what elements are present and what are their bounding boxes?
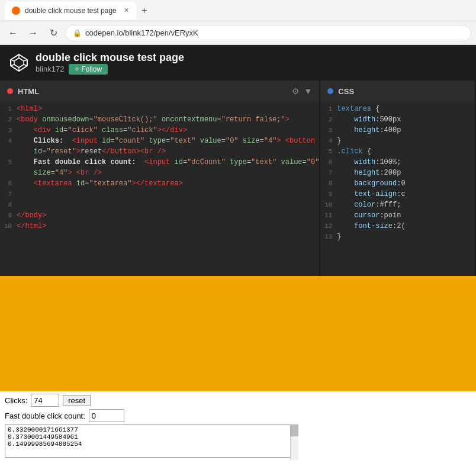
css-panel-header: CSS bbox=[320, 81, 475, 102]
css-line-3: 3 height:400p bbox=[320, 126, 475, 136]
follow-plus-icon: + bbox=[75, 65, 79, 73]
address-text: codepen.io/blink172/pen/vERyxK bbox=[85, 28, 198, 37]
css-line-12: 12 font-size:2( bbox=[320, 221, 475, 232]
code-line-9: 9 </body> bbox=[0, 211, 319, 221]
browser-tab[interactable]: double click mouse test page ✕ bbox=[5, 2, 136, 20]
tab-title: double click mouse test page bbox=[25, 7, 117, 15]
reset-button[interactable]: reset bbox=[63, 395, 91, 406]
new-tab-button[interactable]: + bbox=[136, 2, 153, 19]
clicks-row: Clicks: reset bbox=[5, 394, 471, 407]
code-line-5b: size="4"> <br /> bbox=[0, 168, 319, 179]
tab-close-button[interactable]: ✕ bbox=[124, 7, 129, 14]
browser-titlebar: double click mouse test page ✕ + bbox=[0, 0, 476, 21]
scrollbar-thumb[interactable] bbox=[290, 424, 298, 436]
preview-area[interactable] bbox=[0, 276, 476, 391]
follow-button[interactable]: + Follow bbox=[69, 64, 108, 75]
css-line-1: 1 textarea { bbox=[320, 104, 475, 115]
browser-toolbar: ← → ↻ 🔒 codepen.io/blink172/pen/vERyxK bbox=[0, 21, 476, 45]
html-dot-icon bbox=[7, 88, 13, 94]
fast-dbl-label: Fast double click count: bbox=[5, 411, 85, 420]
code-line-8: 8 bbox=[0, 200, 319, 211]
clicks-input[interactable] bbox=[31, 394, 59, 407]
forward-button[interactable]: → bbox=[25, 25, 41, 41]
html-code-content[interactable]: 1 <html> 2 <body onmousedown="mouseClick… bbox=[0, 102, 319, 276]
address-bar[interactable]: 🔒 codepen.io/blink172/pen/vERyxK bbox=[65, 25, 471, 41]
css-dot-icon bbox=[327, 88, 333, 94]
css-line-4: 4 } bbox=[320, 136, 475, 147]
css-panel: CSS 1 textarea { 2 width:500px 3 height:… bbox=[320, 81, 476, 276]
css-line-10: 10 color:#fff; bbox=[320, 200, 475, 211]
pen-author-row: blink172 + Follow bbox=[36, 64, 184, 75]
refresh-button[interactable]: ↻ bbox=[45, 25, 62, 41]
code-line-6: 6 <textarea id="textarea"></textarea> bbox=[0, 179, 319, 189]
clicks-label: Clicks: bbox=[5, 396, 27, 405]
fast-dbl-row: Fast double click count: bbox=[5, 409, 471, 422]
html-panel-label: HTML bbox=[18, 87, 39, 96]
scrollbar-track bbox=[290, 424, 298, 460]
lock-icon: 🔒 bbox=[73, 29, 82, 37]
tab-favicon bbox=[12, 7, 20, 15]
pen-title: double click mouse test page bbox=[36, 52, 184, 64]
css-panel-label: CSS bbox=[338, 87, 354, 96]
author-name: blink172 bbox=[36, 65, 64, 73]
css-line-5: 5 .click { bbox=[320, 147, 475, 157]
codepen-logo bbox=[9, 53, 28, 72]
code-line-1: 1 <html> bbox=[0, 104, 319, 115]
code-line-2: 2 <body onmousedown="mouseClick();" onco… bbox=[0, 115, 319, 126]
follow-label: Follow bbox=[81, 65, 102, 73]
gear-icon[interactable]: ⚙ bbox=[292, 86, 300, 96]
css-line-2: 2 width:500px bbox=[320, 115, 475, 126]
css-line-8: 8 background:0 bbox=[320, 179, 475, 189]
code-line-4b: id="reset">reset</button><br /> bbox=[0, 147, 319, 157]
codepen-header: double click mouse test page blink172 + … bbox=[0, 45, 476, 81]
css-line-7: 7 height:200p bbox=[320, 168, 475, 179]
html-panel: HTML ⚙ ▼ 1 <html> 2 <body onmousedown="m… bbox=[0, 81, 320, 276]
code-line-10: 10 </html> bbox=[0, 221, 319, 232]
html-panel-header: HTML ⚙ ▼ bbox=[0, 81, 319, 102]
css-line-6: 6 width:100%; bbox=[320, 157, 475, 168]
css-line-13: 13 } bbox=[320, 232, 475, 243]
code-line-3: 3 <div id="click" class="click"></div> bbox=[0, 126, 319, 136]
svg-marker-1 bbox=[14, 58, 24, 67]
pen-info: double click mouse test page blink172 + … bbox=[36, 52, 184, 75]
css-line-11: 11 cursor:poin bbox=[320, 211, 475, 221]
code-line-5: 5 Fast double click count: <input id="dc… bbox=[0, 157, 319, 168]
css-code-content[interactable]: 1 textarea { 2 width:500px 3 height:400p… bbox=[320, 102, 475, 276]
back-button[interactable]: ← bbox=[5, 25, 21, 41]
output-textarea[interactable] bbox=[5, 424, 298, 458]
editor-area: HTML ⚙ ▼ 1 <html> 2 <body onmousedown="m… bbox=[0, 81, 476, 276]
code-line-7: 7 bbox=[0, 189, 319, 200]
chevron-down-icon[interactable]: ▼ bbox=[304, 86, 313, 96]
code-line-4: 4 Clicks: <input id="count" type="text" … bbox=[0, 136, 319, 147]
css-line-9: 9 text-align:c bbox=[320, 189, 475, 200]
bottom-controls: Clicks: reset Fast double click count: bbox=[0, 391, 476, 462]
textarea-wrapper bbox=[5, 424, 298, 460]
fast-dbl-input[interactable] bbox=[89, 409, 124, 422]
